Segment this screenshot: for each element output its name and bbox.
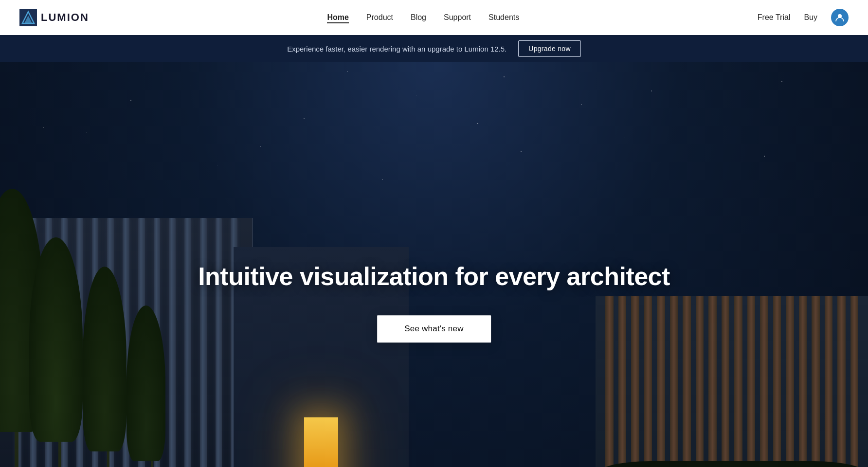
slat-right-10 [722,296,730,467]
nav-right: Free Trial Buy [758,9,849,26]
lumion-logo-icon [19,9,37,26]
tree-foliage-2 [29,237,83,442]
slat-right-6 [670,296,678,467]
hero-heading: Intuitive visualization for every archit… [198,262,670,291]
slat-right-9 [708,296,717,467]
see-whats-new-button[interactable]: See what's new [377,315,490,342]
nav-buy[interactable]: Buy [804,13,817,22]
nav-blog[interactable]: Blog [411,13,426,21]
slat-right-15 [786,296,794,467]
announcement-text: Experience faster, easier rendering with… [287,45,506,53]
slat-right-14 [773,296,781,467]
person-icon [835,13,845,22]
user-account-icon[interactable] [831,9,849,26]
trees-left [0,150,224,467]
hero-content: Intuitive visualization for every archit… [198,262,670,342]
nav-students[interactable]: Students [488,13,519,21]
upgrade-now-button[interactable]: Upgrade now [518,40,581,57]
slat-right-18 [825,296,833,467]
slat-right-17 [812,296,820,467]
tree-foliage-4 [127,305,165,461]
slat-right-16 [799,296,807,467]
slat-right-11 [734,296,742,467]
nav-home[interactable]: Home [327,13,348,23]
slat-right-8 [696,296,704,467]
hero-section: Intuitive visualization for every archit… [0,62,868,467]
door-glow [304,417,338,467]
slat-right-20 [850,296,859,467]
nav-product[interactable]: Product [366,13,393,21]
tree-foliage-3 [83,267,127,451]
slat-right-12 [747,296,756,467]
announcement-bar: Experience faster, easier rendering with… [0,35,868,62]
slat-right-7 [683,296,691,467]
nav-support[interactable]: Support [444,13,471,21]
slat-right-13 [760,296,768,467]
logo-text: LUMION [41,11,89,24]
navbar: LUMION Home Product Blog Support Student… [0,0,868,35]
logo-link[interactable]: LUMION [19,9,89,26]
nav-links: Home Product Blog Support Students [327,13,519,22]
shrubs-right [596,461,868,467]
nav-free-trial[interactable]: Free Trial [758,13,791,22]
slat-right-19 [837,296,846,467]
